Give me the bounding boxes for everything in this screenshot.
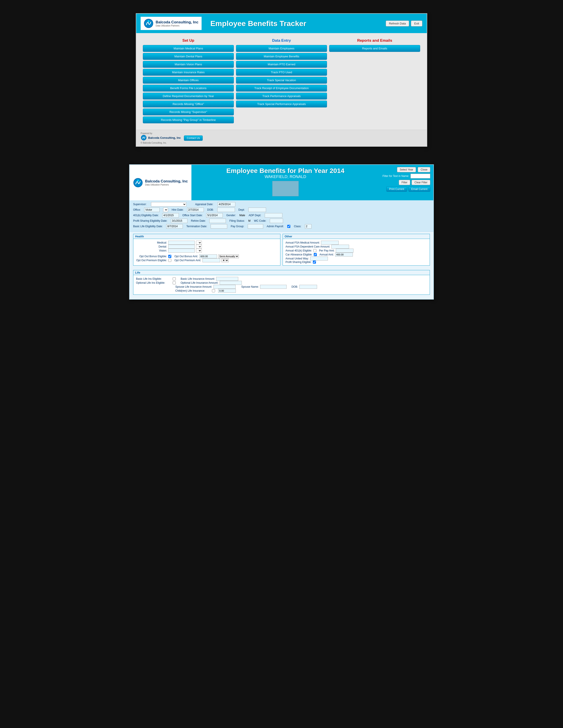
btn-define-required-documentation[interactable]: Define Required Documentation by Year: [143, 93, 234, 99]
life-section: Life Basic Life Ins Eligible: Basic Life…: [133, 270, 430, 295]
btn-maintain-dental-plans[interactable]: Maintain Dental Plans: [143, 53, 234, 60]
spouse-dob-label: DOB:: [292, 285, 298, 288]
opt-out-bonus-amt-input[interactable]: [199, 254, 217, 258]
email-current-button[interactable]: Email Current: [409, 186, 430, 192]
supervisor-select[interactable]: [151, 202, 186, 206]
btn-maintain-medical-plans[interactable]: Maintain Medical Plans: [143, 45, 234, 52]
rehire-date-input[interactable]: [209, 219, 226, 223]
admin-payroll-checkbox[interactable]: [287, 225, 290, 228]
opt-out-bonus-eligible-label: Opt Out Bonus Eligible:: [136, 255, 167, 258]
dept-input[interactable]: [248, 208, 266, 212]
panel1-main-menu: Balcoda Consulting, Inc Data Utilization…: [136, 13, 427, 147]
reports-column: Reports and Emails Reports and Emails: [329, 38, 420, 124]
pay-group-input[interactable]: [248, 224, 263, 229]
admin-payroll-label: Admin Payroll:: [267, 225, 284, 228]
filter-input[interactable]: [411, 174, 430, 178]
btn-maintain-employee-benefits[interactable]: Maintain Employee Benefits: [236, 53, 327, 60]
clear-filter-button[interactable]: Clear Filter: [412, 180, 430, 185]
pay-group-label: Pay Group:: [231, 225, 244, 228]
united-way-input[interactable]: [310, 257, 328, 261]
basic-life-ins-amt-input[interactable]: [216, 277, 238, 281]
btn-maintain-pto-earned[interactable]: Maintain PTO Earned: [236, 61, 327, 68]
adp-dept-input[interactable]: [265, 213, 283, 218]
fsa-medical-input[interactable]: [321, 241, 339, 245]
print-current-button[interactable]: Print Current: [386, 186, 407, 192]
appraisal-date-input[interactable]: [218, 202, 235, 206]
optional-life-ins-amt-input[interactable]: [220, 281, 242, 285]
btn-maintain-employees[interactable]: Maintain Employees: [236, 45, 327, 52]
btn-maintain-offices[interactable]: Maintain Offices: [143, 77, 234, 84]
btn-track-special-vacation[interactable]: Track Special Vacation: [236, 77, 327, 84]
office-start-input[interactable]: [206, 213, 223, 218]
per-pay-amt-input[interactable]: [336, 249, 354, 253]
footer-logo-icon: [141, 135, 147, 141]
opt-out-bonus-checkbox[interactable]: [168, 255, 171, 258]
btn-records-missing-pay-group[interactable]: Records Missing "Pay Group" in Timberlin…: [143, 116, 234, 123]
spouse-dob-input[interactable]: [300, 285, 317, 289]
eligibility-401k-label: 401(k) Eligibility Date:: [133, 214, 159, 217]
btn-track-special-performance[interactable]: Track Special Performance Appraisals: [236, 101, 327, 107]
vision-input[interactable]: [168, 249, 195, 253]
dob-input[interactable]: [217, 208, 235, 212]
profit-sharing-eligible-checkbox[interactable]: [313, 261, 316, 264]
exit-button[interactable]: Exit: [411, 21, 422, 26]
hire-date-input[interactable]: [187, 208, 204, 212]
adp-dept-label: ADP Dept:: [248, 214, 261, 217]
termination-input[interactable]: [211, 224, 227, 229]
contact-us-button[interactable]: Contact Us: [184, 135, 203, 141]
btn-maintain-vision-plans[interactable]: Maintain Vision Plans: [143, 61, 234, 68]
form-row-401k: 401(k) Eligibility Date: Office Start Da…: [133, 213, 430, 218]
btn-records-missing-office[interactable]: Records Missing "Office": [143, 101, 234, 107]
refresh-data-button[interactable]: Refresh Data: [386, 21, 409, 26]
header-buttons-panel1: Refresh Data Exit: [386, 21, 422, 26]
opt-out-bonus-row: Opt Out Bonus Eligible: Opt Out Bonus Am…: [136, 254, 277, 258]
medical-input[interactable]: [168, 241, 195, 245]
annual-amt-input[interactable]: [335, 253, 353, 257]
dental-input[interactable]: [168, 245, 195, 249]
btn-reports-emails[interactable]: Reports and Emails: [329, 45, 420, 52]
basic-life-ins-checkbox[interactable]: [173, 277, 176, 280]
btn-track-receipt-employee-doc[interactable]: Track Receipt of Employee Documentation: [236, 85, 327, 92]
dental-label: Dental:: [136, 245, 167, 248]
401k-eligible-checkbox[interactable]: [313, 249, 317, 252]
btn-track-performance-appraisals[interactable]: Track Performance Appraisals: [236, 93, 327, 99]
select-year-button[interactable]: Select Year: [397, 167, 416, 172]
btn-track-pto-used[interactable]: Track PTO Used: [236, 69, 327, 76]
children-life-input[interactable]: [218, 289, 236, 293]
class-input[interactable]: [305, 224, 312, 229]
profit-sharing-elig-row: Profit Sharing Eligible:: [286, 261, 427, 264]
car-allowance-checkbox[interactable]: [314, 253, 317, 256]
wc-code-input[interactable]: [270, 219, 283, 223]
fsa-dependent-input[interactable]: [332, 245, 349, 249]
other-section-body: Annual FSA Medical Amount: Annual FSA De…: [283, 239, 430, 265]
office-select[interactable]: [163, 208, 168, 212]
medical-select[interactable]: ▼: [196, 241, 202, 245]
spouse-name-input[interactable]: [260, 285, 287, 289]
btn-benefit-forms-file-locations[interactable]: Benefit Forms File Locations: [143, 85, 234, 92]
filing-status-label: Filing Status:: [229, 219, 244, 222]
btn-maintain-insurance-rates[interactable]: Maintain Insurance Rates: [143, 69, 234, 76]
data-entry-column: Data Entry Maintain Employees Maintain E…: [236, 38, 327, 124]
dob-label: DOB:: [207, 208, 214, 211]
fsa-dependent-row: Annual FSA Dependent Care Amount:: [286, 245, 427, 249]
optional-life-ins-checkbox[interactable]: [173, 281, 176, 284]
btn-records-missing-supervisor[interactable]: Records Missing "Supervisor": [143, 109, 234, 115]
opt-out-premium-amt-input[interactable]: [202, 258, 220, 262]
office-input[interactable]: [144, 208, 160, 212]
children-life-checkbox[interactable]: [212, 289, 215, 292]
data-entry-column-header: Data Entry: [236, 38, 327, 43]
opt-out-premium-checkbox[interactable]: [168, 259, 171, 262]
premium-frequency-select[interactable]: ▼: [221, 258, 229, 262]
filter-button[interactable]: Filter: [399, 180, 411, 185]
appraisal-date-label: Appraisal Date:: [195, 203, 213, 206]
semi-annually-select[interactable]: Semi-Annually: [218, 254, 239, 258]
401k-eligible-row: Annual 401(k) Eligible: Per Pay Amt:: [286, 249, 427, 253]
profit-sharing-input[interactable]: [171, 219, 187, 223]
dental-select[interactable]: ▼: [196, 245, 202, 249]
close-button[interactable]: Close: [418, 167, 430, 172]
spouse-life-amt-input[interactable]: [213, 285, 235, 289]
vision-select[interactable]: ▼: [196, 249, 202, 253]
life-section-body: Basic Life Ins Eligible: Basic Life Insu…: [133, 275, 430, 295]
basic-life-elig-date-input[interactable]: [166, 224, 183, 229]
eligibility-401k-input[interactable]: [162, 213, 179, 218]
